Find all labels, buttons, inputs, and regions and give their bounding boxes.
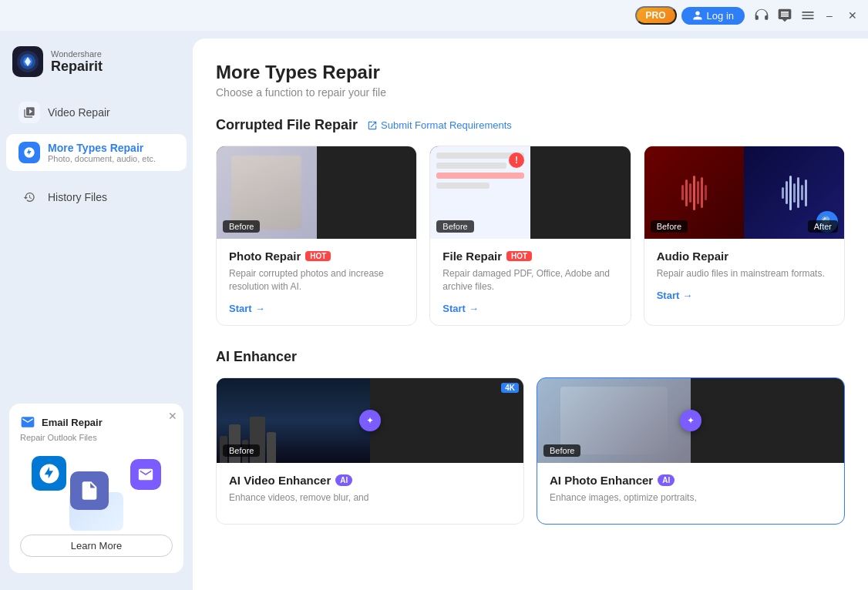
- photo-repair-title-row: Photo Repair HOT: [229, 250, 404, 263]
- minimize-button[interactable]: –: [820, 6, 839, 25]
- file-repair-arrow: →: [469, 303, 479, 314]
- ai-video-before: Before: [217, 378, 370, 463]
- user-icon: [692, 10, 703, 21]
- audio-before: Before: [644, 146, 745, 239]
- file-before: ! Before: [430, 146, 530, 239]
- error-badge: !: [509, 153, 524, 168]
- email-card-close-button[interactable]: ✕: [168, 410, 177, 422]
- title-bar-icons: [754, 8, 816, 23]
- ai-photo-title: AI Photo Enhancer: [550, 474, 653, 487]
- file-repair-card: ! Before ✓ 🔍 After File R: [429, 146, 631, 326]
- email-card-illustration: [20, 450, 173, 535]
- file-line-2: [436, 163, 506, 169]
- ai-enhancer-cards-grid: Before After 4K ✦: [216, 377, 845, 525]
- file-repair-start-label: Start: [442, 303, 466, 314]
- waveform-after: [782, 173, 807, 212]
- outlook-icon: [32, 456, 66, 491]
- headset-icon[interactable]: [754, 8, 769, 23]
- sidebar: Wondershare Repairit Video Repair More T…: [0, 31, 193, 590]
- app-body: Wondershare Repairit Video Repair More T…: [0, 31, 868, 590]
- ai-video-title-row: AI Video Enhancer AI: [229, 474, 511, 487]
- history-nav-icon: [19, 186, 40, 208]
- ai-video-icon-overlay: ✦: [359, 410, 381, 431]
- submit-format-label: Submit Format Requirements: [381, 119, 512, 131]
- email-card-header: Email Repair: [20, 414, 173, 430]
- title-bar: PRO Log in – ✕: [0, 0, 868, 31]
- audio-repair-start-link[interactable]: Start →: [657, 290, 832, 301]
- photo-repair-desc: Repair corrupted photos and increase res…: [229, 267, 404, 293]
- photo-repair-card-image: Before 🔍 After: [217, 146, 416, 239]
- sidebar-item-more-types-repair[interactable]: More Types Repair Photo, document, audio…: [6, 134, 187, 171]
- ai-video-title: AI Video Enhancer: [229, 474, 331, 487]
- photo-repair-start-link[interactable]: Start →: [229, 303, 404, 314]
- pro-badge[interactable]: PRO: [635, 6, 677, 25]
- audio-repair-desc: Repair audio files in mainstream formats…: [657, 267, 832, 280]
- audio-repair-card: Before 🔍 Af: [644, 146, 845, 326]
- ai-photo-badge: AI: [658, 474, 675, 486]
- file-repair-title: File Repair: [442, 250, 502, 263]
- audio-before-label: Before: [651, 220, 688, 233]
- ai-video-enhancer-card: Before After 4K ✦: [216, 377, 524, 525]
- logo-brand: Wondershare: [51, 49, 103, 59]
- photo-repair-card: Before 🔍 After Photo Repair HOT: [216, 146, 417, 326]
- ai-video-card-body: AI Video Enhancer AI Enhance videos, rem…: [217, 463, 523, 525]
- ai-photo-icon-overlay: ✦: [680, 410, 701, 431]
- chat-icon[interactable]: [777, 8, 792, 23]
- page-title: More Types Repair: [216, 62, 845, 83]
- audio-repair-title: Audio Repair: [657, 250, 728, 263]
- login-button[interactable]: Log in: [681, 7, 745, 25]
- email-icon: [20, 414, 35, 430]
- ai-video-before-label: Before: [223, 444, 260, 457]
- audio-after: 🔍 After: [744, 146, 844, 239]
- blurred-face: [231, 156, 301, 230]
- menu-icon[interactable]: [800, 8, 816, 23]
- ai-photo-enhancer-card: Before After ✦ AI Photo Enhancer AI Enha…: [537, 377, 845, 525]
- before-label: Before: [223, 220, 260, 233]
- corrupted-file-cards-grid: Before 🔍 After Photo Repair HOT: [216, 146, 845, 326]
- external-link-icon: [367, 120, 378, 131]
- ai-video-desc: Enhance videos, remove blur, and: [229, 491, 511, 505]
- learn-more-button[interactable]: Learn More: [20, 535, 173, 557]
- more-types-label: More Types Repair: [48, 142, 156, 154]
- ai-photo-title-row: AI Photo Enhancer AI: [550, 474, 832, 487]
- file-repair-card-body: File Repair HOT Repair damaged PDF, Offi…: [430, 239, 630, 325]
- audio-repair-arrow: →: [682, 290, 692, 301]
- ai-photo-card-image: Before After ✦: [537, 378, 844, 463]
- sidebar-item-video-repair[interactable]: Video Repair: [6, 94, 187, 131]
- more-types-nav-icon: [19, 142, 40, 163]
- ai-photo-before-label: Before: [543, 444, 580, 457]
- app-logo: Wondershare Repairit: [0, 39, 193, 92]
- audio-repair-card-body: Audio Repair Repair audio files in mains…: [644, 239, 844, 325]
- photo-repair-hot-badge: HOT: [305, 251, 331, 261]
- video-repair-label: Video Repair: [48, 106, 110, 119]
- logo-name: Repairit: [51, 59, 103, 75]
- main-content: More Types Repair Choose a function to r…: [193, 39, 868, 590]
- login-label: Log in: [707, 10, 734, 22]
- corrupted-file-section-header: Corrupted File Repair Submit Format Requ…: [216, 117, 845, 133]
- waveform-before: [681, 173, 707, 212]
- ai-photo-card-body: AI Photo Enhancer AI Enhance images, opt…: [537, 463, 844, 525]
- corrupted-file-section-title: Corrupted File Repair: [216, 117, 358, 133]
- ai-photo-desc: Enhance images, optimize portraits,: [550, 491, 832, 505]
- photo-repair-title: Photo Repair: [229, 250, 301, 263]
- email-repair-card: ✕ Email Repair Repair Outlook Files: [9, 404, 183, 573]
- four-k-badge: 4K: [501, 383, 519, 393]
- logo-icon: [12, 46, 43, 77]
- ai-video-badge: AI: [335, 474, 352, 486]
- photo-repair-card-body: Photo Repair HOT Repair corrupted photos…: [217, 239, 416, 325]
- file-repair-title-row: File Repair HOT: [442, 250, 617, 263]
- file-repair-hot-badge: HOT: [506, 251, 532, 261]
- history-files-label: History Files: [48, 191, 107, 203]
- ai-photo-before: Before: [537, 378, 691, 463]
- video-repair-nav-icon: [19, 102, 40, 123]
- ai-enhancer-section-title: AI Enhancer: [216, 349, 297, 365]
- photo-repair-start-label: Start: [229, 303, 252, 314]
- sidebar-item-history-files[interactable]: History Files: [6, 179, 187, 216]
- audio-after-label: After: [808, 220, 838, 233]
- submit-format-link[interactable]: Submit Format Requirements: [367, 119, 512, 131]
- file-repair-start-link[interactable]: Start →: [442, 303, 617, 314]
- email-card-subtitle: Repair Outlook Files: [20, 433, 173, 442]
- audio-repair-title-row: Audio Repair: [657, 250, 832, 263]
- file-repair-desc: Repair damaged PDF, Office, Adobe and ar…: [442, 267, 617, 293]
- close-button[interactable]: ✕: [843, 6, 862, 25]
